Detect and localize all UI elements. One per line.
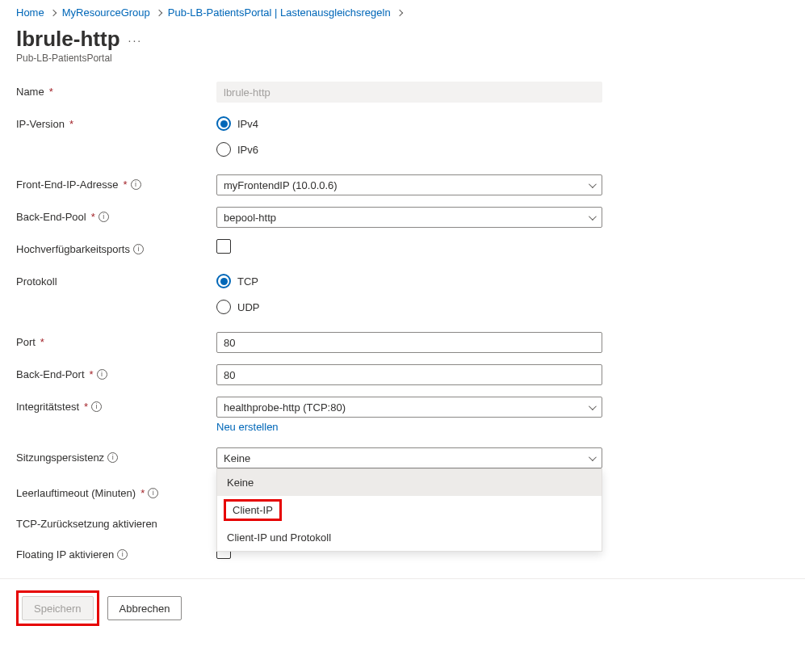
page-subtitle: Pub-LB-PatientsPortal [16, 52, 789, 64]
info-icon[interactable]: i [133, 244, 144, 254]
required-indicator: * [69, 118, 73, 130]
name-label: Name [16, 86, 44, 98]
chevron-down-icon [587, 403, 595, 411]
create-new-health-probe-link[interactable]: Neu erstellen [216, 421, 622, 433]
breadcrumb: Home MyResourceGroup Pub-LB-PatientsPort… [16, 6, 789, 25]
ip-version-ipv4-radio[interactable]: IPv4 [216, 116, 622, 131]
dropdown-option-client-ip-protocol[interactable]: Client-IP und Protokoll [217, 524, 602, 551]
ha-ports-checkbox[interactable] [216, 239, 231, 254]
dropdown-option-client-ip[interactable]: Client-IP [224, 499, 282, 521]
dropdown-option-none[interactable]: Keine [217, 469, 602, 496]
required-indicator: * [90, 368, 94, 380]
breadcrumb-link-resourcegroup[interactable]: MyResourceGroup [62, 6, 150, 19]
info-icon[interactable]: i [91, 401, 102, 412]
info-icon[interactable]: i [99, 212, 109, 222]
radio-unchecked-icon [216, 300, 231, 314]
page-title: lbrule-http [16, 27, 120, 52]
radio-unchecked-icon [216, 142, 231, 157]
chevron-down-icon [587, 213, 595, 221]
save-button[interactable]: Speichern [22, 596, 94, 620]
breadcrumb-link-home[interactable]: Home [16, 6, 44, 19]
select-value: Keine [224, 452, 250, 464]
ha-ports-label: Hochverfügbarkeitsports [16, 243, 130, 255]
chevron-down-icon [587, 454, 595, 462]
info-icon[interactable]: i [107, 452, 118, 463]
radio-label: IPv6 [237, 144, 258, 156]
floating-ip-label: Floating IP aktivieren [16, 548, 114, 561]
frontend-ip-label: Front-End-IP-Adresse [16, 178, 118, 191]
cancel-button[interactable]: Abbrechen [107, 596, 182, 620]
required-indicator: * [49, 86, 53, 98]
required-indicator: * [84, 401, 88, 413]
backend-pool-label: Back-End-Pool [16, 211, 86, 223]
radio-checked-icon [216, 274, 231, 288]
chevron-right-icon [49, 6, 57, 19]
health-probe-select[interactable]: healthprobe-http (TCP:80) [216, 397, 602, 418]
required-indicator: * [91, 211, 95, 223]
info-icon[interactable]: i [97, 369, 107, 380]
more-actions-button[interactable]: ··· [128, 34, 143, 47]
save-button-highlight: Speichern [16, 590, 99, 626]
protocol-tcp-radio[interactable]: TCP [216, 274, 622, 288]
select-value: healthprobe-http (TCP:80) [224, 401, 346, 414]
idle-timeout-label: Leerlauftimeout (Minuten) [16, 487, 136, 499]
chevron-right-icon [396, 6, 404, 19]
protocol-label: Protokoll [16, 275, 57, 288]
chevron-right-icon [155, 6, 163, 19]
required-indicator: * [40, 336, 44, 348]
breadcrumb-link-loadbalancer-rules[interactable]: Pub-LB-PatientsPortal | Lastenausgleichs… [168, 6, 391, 19]
tcp-reset-label: TCP-Zurücksetzung aktivieren [16, 518, 157, 530]
required-indicator: * [140, 487, 145, 499]
name-input [216, 82, 602, 103]
info-icon[interactable]: i [117, 549, 128, 560]
select-value: bepool-http [224, 212, 276, 224]
radio-label: UDP [237, 301, 259, 313]
backend-port-input[interactable] [216, 364, 602, 385]
ip-version-ipv6-radio[interactable]: IPv6 [216, 142, 622, 157]
frontend-ip-select[interactable]: myFrontendIP (10.0.0.6) [216, 174, 602, 195]
session-persistence-select[interactable]: Keine [216, 447, 602, 468]
chevron-down-icon [587, 181, 595, 189]
port-input[interactable] [216, 332, 602, 353]
backend-port-label: Back-End-Port [16, 368, 85, 380]
radio-label: IPv4 [237, 118, 258, 130]
port-label: Port [16, 336, 36, 348]
session-persistence-label: Sitzungspersistenz [16, 452, 104, 464]
select-value: myFrontendIP (10.0.0.6) [224, 179, 338, 191]
health-probe-label: Integritätstest [16, 401, 79, 413]
radio-label: TCP [237, 275, 258, 288]
info-icon[interactable]: i [131, 179, 141, 190]
required-indicator: * [123, 178, 127, 191]
ip-version-label: IP-Version [16, 118, 65, 130]
session-persistence-dropdown: Keine Client-IP Client-IP und Protokoll [216, 468, 602, 552]
protocol-udp-radio[interactable]: UDP [216, 300, 622, 314]
radio-checked-icon [216, 116, 231, 131]
backend-pool-select[interactable]: bepool-http [216, 207, 602, 228]
info-icon[interactable]: i [148, 488, 158, 498]
